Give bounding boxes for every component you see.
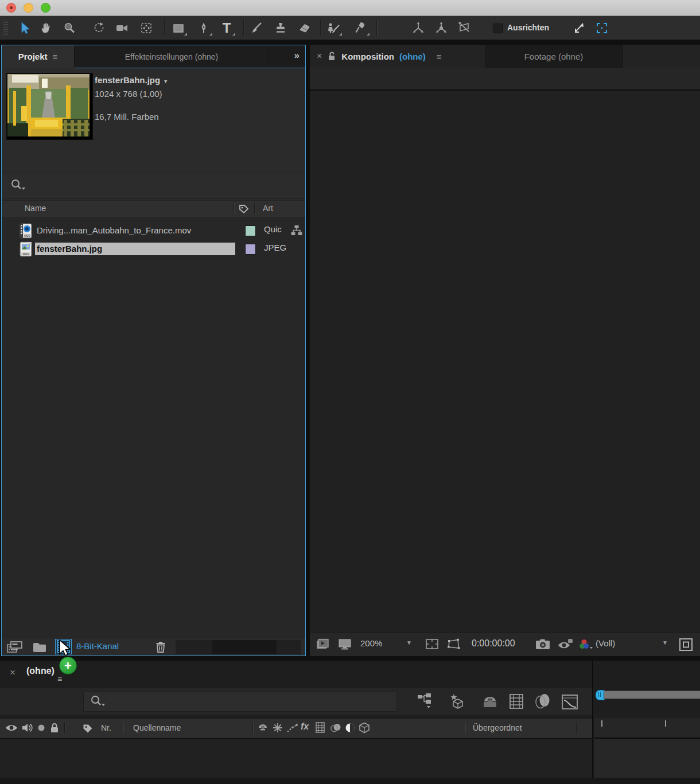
solo-icon[interactable] (37, 724, 46, 733)
new-composition-button[interactable] (56, 639, 71, 654)
item-name[interactable]: Driving...man_Autobahn_to_France.mov (35, 224, 235, 237)
label-color-chip[interactable] (245, 244, 256, 255)
selection-tool-button[interactable] (15, 18, 34, 37)
tab-effekteinstellungen[interactable]: Effekteinstellungen (ohne) (75, 45, 269, 68)
project-flowchart-icon[interactable] (290, 224, 304, 237)
zoom-tool-button[interactable] (60, 18, 79, 37)
close-window-button[interactable] (6, 3, 16, 13)
clone-stamp-tool-button[interactable] (271, 18, 290, 37)
shape-tool-button[interactable] (169, 18, 188, 37)
project-item-list[interactable]: MOV Driving...man_Autobahn_to_France.mov… (2, 217, 305, 638)
composition-viewer[interactable] (310, 91, 700, 633)
pan-behind-tool-button[interactable] (137, 18, 156, 37)
tab-footage[interactable]: Footage (ohne) (485, 45, 623, 68)
frame-blending-icon[interactable] (507, 692, 526, 711)
panel-menu-icon[interactable]: ≡ (57, 674, 62, 684)
footage-thumbnail[interactable] (6, 73, 93, 140)
view-axis-mode-button[interactable] (454, 18, 474, 37)
adjustment-layer-icon[interactable] (344, 722, 356, 734)
timeline-tab-label[interactable]: (ohne) (26, 666, 55, 676)
channel-rgb-icon[interactable] (578, 637, 593, 652)
pen-tool-button[interactable] (194, 18, 213, 37)
draft-3d-icon[interactable] (449, 692, 467, 711)
motion-blur-switch-icon[interactable] (329, 722, 342, 734)
zoom-level-value[interactable]: 200% (360, 638, 382, 648)
tab-overflow-icon[interactable]: » (294, 50, 300, 61)
graph-editor-icon[interactable] (560, 692, 580, 712)
camera-tool-button[interactable] (112, 18, 132, 37)
effects-fx-icon[interactable]: fx (301, 721, 309, 732)
new-folder-icon[interactable] (32, 641, 48, 653)
tab-projekt[interactable]: Projekt ≡ (2, 45, 75, 68)
monitor-icon[interactable] (337, 637, 352, 651)
audio-speaker-icon[interactable] (21, 722, 33, 734)
timecode-value[interactable]: 0:00:00:00 (472, 638, 515, 649)
table-row[interactable]: MOV Driving...man_Autobahn_to_France.mov… (2, 221, 305, 240)
quality-icon[interactable] (286, 722, 298, 734)
roto-brush-tool-button[interactable] (324, 18, 343, 37)
item-name-selected[interactable]: fensterBahn.jpg (35, 243, 235, 255)
local-axis-mode-button[interactable] (409, 18, 428, 37)
region-of-interest-icon[interactable] (446, 637, 461, 651)
toolbar-grip[interactable] (3, 19, 8, 36)
column-parent[interactable]: Übergeordnet (473, 723, 522, 732)
target-region-icon[interactable] (678, 637, 694, 652)
close-tab-icon[interactable]: × (317, 51, 322, 61)
hand-tool-button[interactable] (37, 18, 56, 37)
time-navigator[interactable] (594, 690, 700, 699)
project-search-bar[interactable] (2, 173, 305, 198)
timeline-search-input[interactable] (83, 692, 397, 712)
collapse-transform-icon[interactable] (272, 722, 283, 734)
3d-layer-cube-icon[interactable] (358, 721, 371, 734)
selected-item-filename[interactable]: fensterBahn.jpg▼ (95, 74, 168, 88)
snap-arrow-button[interactable] (569, 18, 589, 37)
brush-tool-button[interactable] (247, 18, 266, 37)
time-navigator-bar[interactable] (604, 691, 700, 699)
video-eye-icon[interactable] (5, 723, 18, 733)
table-row-selected[interactable]: JPEG fensterBahn.jpg JPEG (2, 240, 305, 258)
shy-switch-icon[interactable] (257, 722, 269, 735)
zoom-window-button[interactable] (41, 3, 50, 13)
column-type[interactable]: Art (263, 204, 273, 213)
column-name[interactable]: Name (25, 204, 46, 213)
panel-menu-icon[interactable]: ≡ (53, 52, 58, 61)
label-color-chip[interactable] (245, 225, 256, 236)
type-tool-button[interactable]: T (217, 18, 236, 37)
rotate-tool-button[interactable] (90, 18, 109, 37)
frame-blend-switch-icon[interactable] (314, 721, 326, 734)
snapshot-camera-icon[interactable] (535, 637, 551, 652)
puppet-pin-tool-button[interactable] (351, 18, 371, 37)
horizontal-scrollbar[interactable] (176, 640, 301, 654)
eraser-tool-button[interactable] (295, 18, 314, 37)
safe-margins-icon[interactable] (425, 637, 440, 651)
tab-komposition[interactable]: × Komposition (ohne) ≡ (310, 45, 483, 68)
column-source-name[interactable]: Quellenname (133, 723, 181, 732)
interpret-footage-icon[interactable] (6, 640, 24, 654)
hide-shy-layers-icon[interactable] (481, 692, 499, 711)
resolution-value[interactable]: (Voll) (596, 638, 615, 648)
lock-icon[interactable] (49, 722, 60, 734)
filename-caret-icon[interactable]: ▼ (163, 79, 168, 84)
timeline-layer-area[interactable] (0, 739, 592, 778)
motion-blur-icon[interactable] (532, 692, 552, 711)
comp-mini-flowchart-icon[interactable] (415, 692, 435, 709)
resolution-dropdown-caret[interactable]: ▼ (662, 639, 668, 646)
minimize-window-button[interactable] (24, 3, 33, 13)
zoom-dropdown-caret[interactable]: ▼ (406, 639, 412, 646)
world-axis-mode-button[interactable] (431, 18, 451, 37)
delete-trash-icon[interactable] (154, 640, 167, 654)
project-list-header[interactable]: Name Art (2, 200, 305, 217)
align-checkbox[interactable] (493, 24, 503, 33)
fit-view-button[interactable] (592, 18, 612, 37)
close-tab-icon[interactable]: × (10, 667, 15, 678)
panel-menu-icon[interactable]: ≡ (437, 52, 442, 61)
time-ruler[interactable] (594, 718, 700, 739)
show-snapshot-eye-icon[interactable] (557, 637, 574, 652)
timeline-track-area[interactable] (594, 739, 700, 778)
always-preview-icon[interactable] (316, 637, 332, 651)
scrollbar-thumb[interactable] (212, 640, 277, 654)
label-column-icon[interactable] (81, 722, 94, 735)
unlock-icon[interactable] (327, 51, 336, 61)
bit-depth-button[interactable]: 8-Bit-Kanal (76, 641, 119, 651)
column-nr[interactable]: Nr. (101, 723, 111, 732)
